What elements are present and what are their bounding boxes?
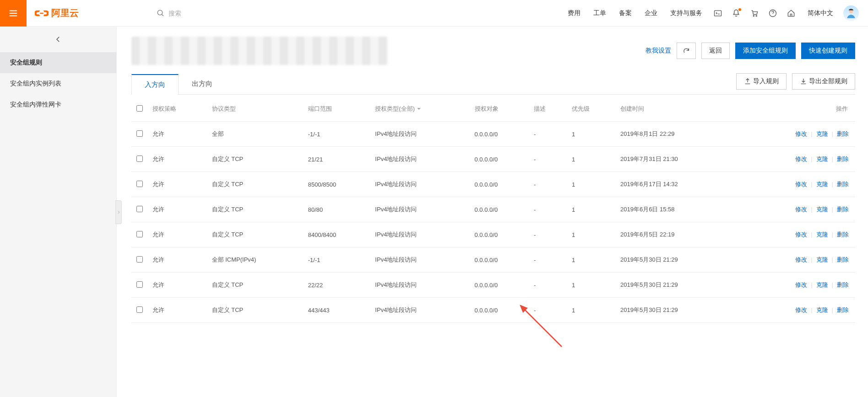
- row-delete[interactable]: 删除: [837, 181, 849, 188]
- quick-create-button[interactable]: 快速创建规则: [801, 43, 855, 59]
- sidebar-item-2[interactable]: 安全组内弹性网卡: [0, 94, 116, 115]
- row-checkbox[interactable]: [136, 256, 143, 263]
- row-modify[interactable]: 修改: [795, 231, 807, 238]
- page-header: 教我设置 返回 添加安全组规则 快速创建规则: [131, 37, 855, 65]
- row-clone[interactable]: 克隆: [816, 206, 828, 213]
- cell-policy: 允许: [148, 273, 207, 298]
- row-delete[interactable]: 删除: [837, 156, 849, 162]
- avatar[interactable]: [843, 5, 859, 21]
- import-rules-button[interactable]: 导入规则: [736, 73, 787, 90]
- tutorial-link[interactable]: 教我设置: [646, 47, 671, 55]
- cell-auth-type: IPv4地址段访问: [370, 247, 470, 273]
- export-rules-label: 导出全部规则: [809, 77, 847, 86]
- home-button[interactable]: [782, 4, 800, 22]
- nav-link-billing[interactable]: 费用: [568, 9, 580, 17]
- direction-tabs: 入方向出方向 导入规则 导出全部规则: [131, 73, 855, 95]
- cell-port: 8400/8400: [304, 222, 371, 247]
- refresh-button[interactable]: [677, 43, 696, 59]
- row-delete[interactable]: 删除: [837, 206, 849, 213]
- row-delete[interactable]: 删除: [837, 306, 849, 313]
- menu-toggle[interactable]: [0, 0, 27, 27]
- row-delete[interactable]: 删除: [837, 231, 849, 238]
- cell-ops: 修改|克隆|删除: [736, 172, 855, 197]
- cell-port: 22/22: [304, 273, 371, 298]
- sidebar-back[interactable]: [0, 27, 116, 52]
- svg-rect-1: [715, 11, 722, 16]
- row-checkbox[interactable]: [136, 130, 143, 137]
- sidebar: 安全组规则安全组内实例列表安全组内弹性网卡: [0, 27, 117, 397]
- terminal-button[interactable]: [709, 4, 727, 22]
- row-checkbox[interactable]: [136, 181, 143, 187]
- main-content: 教我设置 返回 添加安全组规则 快速创建规则 入方向出方向 导入规则 导出全部规…: [117, 27, 868, 397]
- row-modify[interactable]: 修改: [795, 256, 807, 263]
- select-all-checkbox[interactable]: [136, 105, 143, 112]
- search-input[interactable]: [168, 10, 223, 17]
- col-protocol: 协议类型: [207, 97, 304, 122]
- help-button[interactable]: [764, 4, 782, 22]
- row-clone[interactable]: 克隆: [816, 256, 828, 263]
- row-checkbox[interactable]: [136, 306, 143, 313]
- row-modify[interactable]: 修改: [795, 156, 807, 162]
- cell-policy: 允许: [148, 197, 207, 222]
- upload-icon: [744, 78, 751, 85]
- add-rule-button[interactable]: 添加安全组规则: [735, 43, 796, 59]
- col-auth-type[interactable]: 授权类型(全部): [370, 97, 470, 122]
- tab-inbound[interactable]: 入方向: [131, 74, 179, 95]
- nav-link-icp[interactable]: 备案: [619, 9, 632, 17]
- cell-auth-obj: 0.0.0.0/0: [470, 122, 530, 147]
- nav-link-ticket[interactable]: 工单: [593, 9, 606, 17]
- body: 安全组规则安全组内实例列表安全组内弹性网卡 教我设置 返回 添加安全组规则 快速…: [0, 27, 868, 397]
- row-modify[interactable]: 修改: [795, 281, 807, 288]
- row-delete[interactable]: 删除: [837, 281, 849, 288]
- sidebar-item-1[interactable]: 安全组内实例列表: [0, 73, 116, 94]
- brand-logo[interactable]: 阿里云: [35, 6, 79, 20]
- row-modify[interactable]: 修改: [795, 130, 807, 137]
- download-icon: [800, 78, 807, 85]
- page-title-redacted: [131, 37, 388, 65]
- nav-link-enterprise[interactable]: 企业: [645, 9, 657, 17]
- cell-protocol: 自定义 TCP: [207, 197, 304, 222]
- row-checkbox[interactable]: [136, 231, 143, 237]
- row-modify[interactable]: 修改: [795, 206, 807, 213]
- row-modify[interactable]: 修改: [795, 306, 807, 313]
- cell-created: 2019年8月1日 22:29: [616, 122, 736, 147]
- table-row: 允许全部 ICMP(IPv4)-1/-1IPv4地址段访问0.0.0.0/0-1…: [131, 247, 855, 273]
- cell-port: 21/21: [304, 147, 371, 172]
- cell-ops: 修改|克隆|删除: [736, 273, 855, 298]
- nav-link-support[interactable]: 支持与服务: [670, 9, 702, 17]
- row-delete[interactable]: 删除: [837, 130, 849, 137]
- row-clone[interactable]: 克隆: [816, 181, 828, 188]
- export-rules-button[interactable]: 导出全部规则: [792, 73, 855, 90]
- sidebar-item-0[interactable]: 安全组规则: [0, 52, 116, 73]
- cell-created: 2019年7月31日 21:30: [616, 147, 736, 172]
- cell-priority: 1: [567, 273, 616, 298]
- cell-priority: 1: [567, 147, 616, 172]
- global-search[interactable]: [157, 9, 223, 17]
- cell-auth-type: IPv4地址段访问: [370, 298, 470, 323]
- row-modify[interactable]: 修改: [795, 181, 807, 188]
- cell-protocol: 自定义 TCP: [207, 222, 304, 247]
- cell-auth-obj: 0.0.0.0/0: [470, 147, 530, 172]
- row-clone[interactable]: 克隆: [816, 281, 828, 288]
- row-checkbox[interactable]: [136, 156, 143, 162]
- cart-button[interactable]: [745, 4, 764, 22]
- row-clone[interactable]: 克隆: [816, 156, 828, 162]
- cell-policy: 允许: [148, 247, 207, 273]
- back-button[interactable]: 返回: [701, 43, 730, 59]
- row-clone[interactable]: 克隆: [816, 306, 828, 313]
- cell-port: 8500/8500: [304, 172, 371, 197]
- notifications-button[interactable]: [727, 4, 745, 22]
- col-priority: 优先级: [567, 97, 616, 122]
- cell-created: 2019年6月5日 22:19: [616, 222, 736, 247]
- tab-outbound[interactable]: 出方向: [179, 74, 226, 94]
- row-clone[interactable]: 克隆: [816, 130, 828, 137]
- row-clone[interactable]: 克隆: [816, 231, 828, 238]
- cell-created: 2019年5月30日 21:29: [616, 298, 736, 323]
- language-switch[interactable]: 简体中文: [808, 9, 833, 17]
- cell-created: 2019年5月30日 21:29: [616, 247, 736, 273]
- row-checkbox[interactable]: [136, 206, 143, 212]
- cell-created: 2019年6月6日 15:58: [616, 197, 736, 222]
- row-checkbox[interactable]: [136, 281, 143, 288]
- cell-desc: -: [529, 222, 567, 247]
- row-delete[interactable]: 删除: [837, 256, 849, 263]
